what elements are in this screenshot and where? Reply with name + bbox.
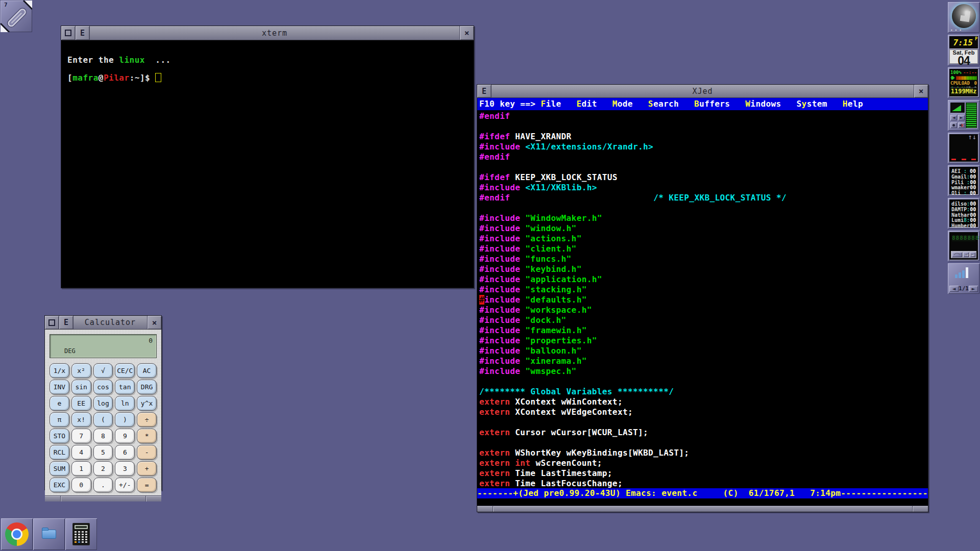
menu-windows[interactable]: Windows [745,99,781,109]
miniaturize-button[interactable] [61,26,76,40]
calc-button-8[interactable]: 8 [93,429,113,443]
calc-button-9[interactable]: 9 [115,429,135,443]
calc-button-RCL[interactable]: RCL [50,445,69,460]
mixer-prev-button[interactable]: ◄ [950,115,957,120]
calc-button-AC[interactable]: AC [137,363,157,378]
dock-app-pager[interactable]: ◄ 1/1 ► [948,263,979,294]
xjed-empty-line [477,498,928,506]
mixer-mute-button[interactable] [958,122,965,128]
dock-app-wmaker[interactable]: ... [948,2,979,33]
dock-app-mail-checker-1[interactable]: AEI :00Gmail:00Pili :00wmaker00Oli :00 [948,165,979,196]
calc-button-5[interactable]: 5 [93,445,113,460]
calculator-titlebar[interactable]: E Calculator × [45,316,161,330]
calc-button-INV[interactable]: INV [50,380,69,394]
calc-button-√[interactable]: √ [93,363,113,378]
dock-app-cpu-monitor[interactable]: 100% --:-- CPULOAD 0 0.0 W 45 C 1199MHz [948,67,979,98]
calc-button-0[interactable]: 0 [71,478,91,492]
miniaturize-button[interactable] [45,316,59,329]
calc-button-+/-[interactable]: +/- [115,478,135,492]
calc-button-DRG[interactable]: DRG [137,380,157,394]
calc-button-2[interactable]: 2 [93,461,113,476]
xjed-code-area[interactable]: #endif #ifdef HAVE_XRANDR#include <X11/e… [477,110,928,488]
terminal-content[interactable]: Enter the linux ... [mafra@Pilar:~]$ [61,40,474,288]
calc-button-ln[interactable]: ln [115,396,135,411]
calc-button-1/x[interactable]: 1/x [50,363,69,378]
close-button[interactable]: × [914,85,928,97]
close-button[interactable]: × [459,26,474,40]
calc-button-3[interactable]: 3 [115,461,135,476]
calc-button-.[interactable]: . [93,478,113,492]
dock-app-mail-checker-2[interactable]: dilso:00DAMTP:00Nathar00Lumi8:00Humber00 [948,198,979,229]
workspace-clip[interactable]: 7 [1,1,32,32]
calc-button-([interactable]: ( [93,412,113,427]
calc-button--[interactable]: - [137,445,157,460]
xterm-window: E xterm × Enter the linux ... [mafra@Pil… [61,26,474,288]
mailbox-row: Humber00 [951,223,976,229]
menu-help[interactable]: Help [843,99,863,109]
calc-button-tan[interactable]: tan [115,380,135,394]
miniwindow-chrome[interactable] [1,518,33,550]
calc-button-CE/C[interactable]: CE/C [115,363,135,378]
menu-system[interactable]: System [797,99,827,109]
network-activity-dashes [951,159,976,160]
calc-button-sin[interactable]: sin [71,380,91,394]
xterm-titlebar[interactable]: E xterm × [61,26,474,40]
menu-file[interactable]: File [541,99,561,109]
menu-mode[interactable]: Mode [612,99,633,109]
menu-edit[interactable]: Edit [577,99,597,109]
calc-button-π[interactable]: π [50,412,69,427]
pager-next-button[interactable]: ► [969,286,978,292]
xjed-menubar: F10 key ==> FileEditModeSearchBuffersWin… [477,98,928,110]
mixer-next-button[interactable]: ► [958,115,965,120]
xjed-resizebar[interactable] [477,506,928,512]
code-line: #include "client.h" [479,244,928,254]
dock-app-clock[interactable]: 7:15 P Sat, Feb 04 [948,35,979,65]
menu-buffers[interactable]: Buffers [694,99,730,109]
app-menu-button[interactable]: E [477,85,492,97]
code-line: extern Cursor wCursor[WCUR_LAST]; [479,428,928,438]
calc-button-6[interactable]: 6 [115,445,135,460]
calc-button-+[interactable]: + [137,461,157,476]
calculator-resizebar[interactable] [45,495,161,502]
mixer-record-button[interactable] [950,122,957,128]
dock-app-lcd-counter[interactable]: 88888888 ◄ ► [948,231,979,261]
calc-button-y^x[interactable]: y^x [137,396,157,411]
calc-button-EE[interactable]: EE [71,396,91,411]
calc-button-STO[interactable]: STO [50,429,69,443]
lcd-prev-button[interactable]: ◄ [963,252,969,257]
calc-button-x![interactable]: x! [71,412,91,427]
calculator-body: 0 DEG 1/xx²√CE/CACINVsincostanDRGeEElogl… [45,330,161,495]
dock-app-mixer[interactable]: ◄ ► [948,100,979,131]
code-line: extern WShortKey wKeyBindings[WKBD_LAST]… [479,448,928,458]
calc-button-÷[interactable]: ÷ [137,412,157,427]
calc-button-log[interactable]: log [93,396,113,411]
calc-button-EXC[interactable]: EXC [50,478,69,492]
code-line: extern XContext wVEdgeContext; [479,407,928,417]
pager-page-indicator: 1/1 [959,285,969,292]
miniwindow-calculator[interactable] [65,518,97,550]
code-line [479,417,928,428]
calc-button-cos[interactable]: cos [93,380,113,394]
calc-button-x²[interactable]: x² [71,363,91,378]
updown-arrows-icon: ↑↓ [968,135,976,140]
calc-button-1[interactable]: 1 [71,461,91,476]
calc-button-)[interactable]: ) [115,412,135,427]
miniwindow-file-manager[interactable] [33,518,65,550]
calc-button-4[interactable]: 4 [71,445,91,460]
calc-button-SUM[interactable]: SUM [50,461,69,476]
calc-button-=[interactable]: = [137,478,157,492]
calc-button-7[interactable]: 7 [71,429,91,443]
calc-button-e[interactable]: e [50,396,69,411]
code-line: #include "stacking.h" [479,285,928,295]
calculator-icon [72,523,90,545]
lcd-next-button[interactable]: ► [970,252,975,257]
menu-search[interactable]: Search [648,99,679,109]
lcd-action-button[interactable] [952,252,962,257]
close-button[interactable]: × [147,316,161,329]
xjed-titlebar[interactable]: E XJed × [477,85,928,98]
pager-prev-button[interactable]: ◄ [949,286,959,292]
calc-button-*[interactable]: * [137,429,157,443]
dock-app-network-monitor[interactable]: ↑↓ [948,133,979,163]
app-menu-button[interactable]: E [59,316,74,329]
app-menu-button[interactable]: E [76,26,90,40]
